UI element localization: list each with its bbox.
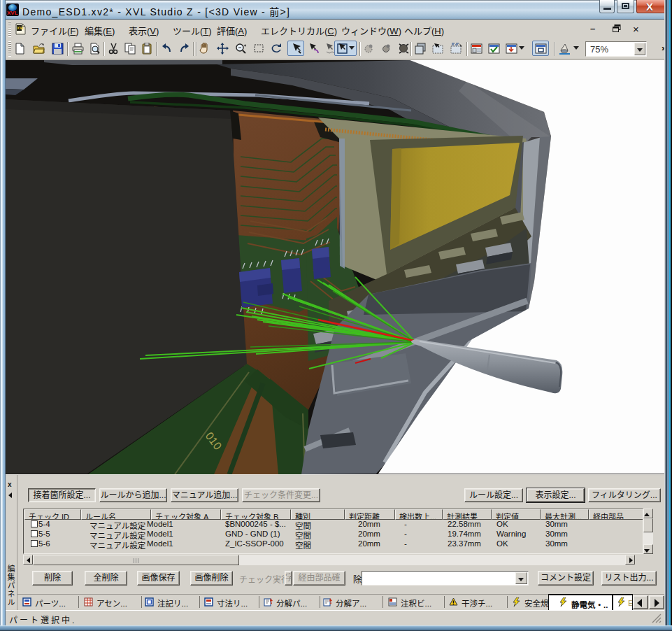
svg-text:XVL: XVL bbox=[17, 26, 25, 30]
